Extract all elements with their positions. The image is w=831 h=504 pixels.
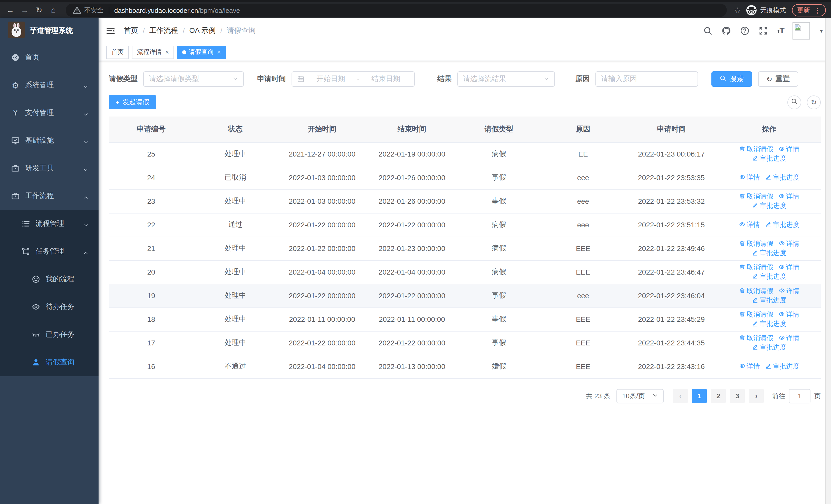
create-leave-button[interactable]: + 发起请假 — [109, 95, 156, 109]
sidebar-item-label: 研发工具 — [25, 164, 54, 173]
reset-button[interactable]: ↻ 重置 — [758, 71, 798, 87]
approval-progress-link[interactable]: 审批进度 — [752, 343, 786, 352]
search-icon — [720, 75, 726, 83]
cell-reason: EEE — [541, 355, 625, 378]
navbar: 首页/工作流程/OA 示例/请假查询 TT ▾ — [98, 18, 831, 43]
approval-progress-link[interactable]: 审批进度 — [752, 154, 786, 163]
detail-link[interactable]: 详情 — [778, 287, 799, 296]
reload-icon[interactable]: ↻ — [32, 3, 46, 18]
detail-link[interactable]: 详情 — [778, 310, 799, 319]
approval-progress-link[interactable]: 审批进度 — [752, 319, 786, 328]
toggle-search-button[interactable] — [787, 95, 801, 109]
bookmark-star-icon[interactable]: ☆ — [734, 5, 741, 15]
cell-status: 处理中 — [194, 307, 277, 331]
cell-type: 事假 — [457, 331, 541, 355]
approval-progress-link[interactable]: 审批进度 — [765, 362, 799, 371]
cancel-leave-link[interactable]: 取消请假 — [739, 310, 773, 319]
goto-page-input[interactable] — [789, 389, 810, 403]
cell-end: 2022-01-04 00:00:00 — [367, 260, 457, 284]
font-size-icon[interactable]: TT — [777, 26, 784, 35]
cancel-leave-link[interactable]: 取消请假 — [739, 145, 773, 154]
browser-menu-icon[interactable]: ⋮ — [814, 6, 821, 14]
help-icon[interactable] — [740, 26, 750, 36]
sidebar-logo[interactable]: 芋道管理系统 — [0, 18, 98, 43]
detail-link[interactable]: 详情 — [778, 263, 799, 272]
sidebar-item-我的流程[interactable]: 我的流程 — [0, 265, 98, 293]
search-button[interactable]: 搜索 — [711, 71, 752, 87]
cell-id: 16 — [109, 355, 194, 378]
detail-link[interactable]: 详情 — [739, 173, 760, 182]
breadcrumb-item[interactable]: 工作流程 — [149, 26, 178, 35]
page-button-1[interactable]: 1 — [692, 389, 707, 403]
approval-progress-link[interactable]: 审批进度 — [752, 201, 786, 210]
detail-link[interactable]: 详情 — [778, 239, 799, 248]
column-header: 结束时间 — [367, 117, 457, 142]
forward-icon[interactable]: → — [18, 3, 32, 18]
page-content: 请假类型 请选择请假类型 申请时间 开始日期 - 结束日期 结果 — [98, 61, 831, 504]
leave-type-select[interactable]: 请选择请假类型 — [143, 71, 244, 87]
detail-link[interactable]: 详情 — [778, 334, 799, 343]
fullscreen-icon[interactable] — [758, 26, 768, 36]
approval-progress-link[interactable]: 审批进度 — [765, 220, 799, 230]
sidebar-toggle-icon[interactable] — [106, 27, 115, 35]
apply-time-range-picker[interactable]: 开始日期 - 结束日期 — [291, 71, 415, 87]
home-icon[interactable]: ⌂ — [46, 3, 61, 18]
address-bar[interactable]: 不安全 dashboard.yudao.iocoder.cn/bpm/oa/le… — [66, 4, 726, 17]
back-icon[interactable]: ← — [3, 3, 18, 18]
cancel-leave-link[interactable]: 取消请假 — [739, 239, 773, 248]
breadcrumb-item[interactable]: OA 示例 — [190, 26, 216, 35]
page-button-3[interactable]: 3 — [730, 389, 745, 403]
page-button-2[interactable]: 2 — [711, 389, 726, 403]
approval-progress-link[interactable]: 审批进度 — [752, 272, 786, 281]
table-row: 19处理中2022-01-22 00:00:002022-01-22 00:00… — [109, 284, 821, 307]
cell-actions: 取消请假详情审批进度 — [718, 142, 821, 166]
tab-首页[interactable]: 首页 — [106, 46, 129, 59]
search-icon[interactable] — [703, 26, 713, 36]
result-select[interactable]: 请选择流结果 — [457, 71, 555, 87]
cell-id: 22 — [109, 213, 194, 237]
table-row: 17处理中2022-01-22 00:00:002022-01-22 00:00… — [109, 331, 821, 355]
refresh-table-button[interactable]: ↻ — [807, 95, 821, 109]
column-header: 申请时间 — [625, 117, 718, 142]
reason-input[interactable]: 请输入原因 — [595, 71, 698, 87]
tab-请假查询[interactable]: 请假查询× — [177, 46, 226, 59]
sidebar-item-流程管理[interactable]: 流程管理 — [0, 210, 98, 238]
security-status[interactable]: 不安全 — [72, 5, 104, 15]
url-text: dashboard.yudao.iocoder.cn/bpm/oa/leave — [114, 6, 240, 14]
tab-流程详情[interactable]: 流程详情× — [132, 46, 174, 59]
sidebar-item-请假查询[interactable]: 请假查询 — [0, 349, 98, 376]
sidebar-item-研发工具[interactable]: 研发工具 — [0, 154, 98, 182]
sidebar-item-待办任务[interactable]: 待办任务 — [0, 293, 98, 321]
sidebar-item-已办任务[interactable]: 已办任务 — [0, 321, 98, 349]
cancel-leave-link[interactable]: 取消请假 — [739, 334, 773, 343]
scrollbar[interactable] — [825, 18, 831, 504]
sidebar-item-系统管理[interactable]: ⚙系统管理 — [0, 71, 98, 99]
table-row: 23处理中2022-01-03 00:00:002022-01-26 00:00… — [109, 189, 821, 213]
prev-page-button[interactable]: ‹ — [673, 389, 688, 403]
next-page-button[interactable]: › — [749, 389, 764, 403]
approval-progress-link[interactable]: 审批进度 — [752, 248, 786, 258]
detail-link[interactable]: 详情 — [778, 192, 799, 201]
sidebar-item-支付管理[interactable]: ¥支付管理 — [0, 99, 98, 127]
sidebar-item-基础设施[interactable]: 基础设施 — [0, 127, 98, 154]
cancel-leave-link[interactable]: 取消请假 — [739, 287, 773, 296]
sidebar-item-工作流程[interactable]: 工作流程 — [0, 182, 98, 210]
detail-link[interactable]: 详情 — [739, 362, 760, 371]
chevron-down-icon[interactable]: ▾ — [820, 27, 823, 34]
update-button[interactable]: 更新 ⋮ — [792, 4, 826, 17]
page-size-select[interactable]: 10条/页 — [617, 389, 664, 403]
detail-link[interactable]: 详情 — [739, 220, 760, 230]
close-icon[interactable]: × — [165, 49, 169, 56]
chevron-down-icon — [83, 138, 88, 143]
cancel-leave-link[interactable]: 取消请假 — [739, 263, 773, 272]
close-icon[interactable]: × — [217, 49, 221, 56]
sidebar-item-首页[interactable]: 首页 — [0, 43, 98, 71]
detail-link[interactable]: 详情 — [778, 145, 799, 154]
approval-progress-link[interactable]: 审批进度 — [765, 173, 799, 182]
github-icon[interactable] — [721, 26, 731, 36]
breadcrumb-item[interactable]: 首页 — [124, 26, 138, 35]
cancel-leave-link[interactable]: 取消请假 — [739, 192, 773, 201]
avatar[interactable] — [793, 22, 810, 39]
approval-progress-link[interactable]: 审批进度 — [752, 296, 786, 305]
sidebar-item-任务管理[interactable]: 任务管理 — [0, 238, 98, 265]
